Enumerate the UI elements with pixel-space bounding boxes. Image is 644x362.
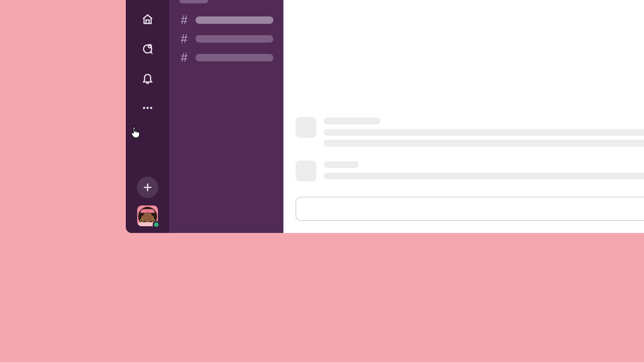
user-menu[interactable]	[137, 205, 158, 226]
plus-icon	[142, 182, 153, 193]
message	[296, 117, 644, 150]
rail-bottom	[126, 177, 169, 226]
svg-point-2	[147, 107, 149, 109]
message-body	[324, 117, 644, 150]
rail-activity[interactable]	[137, 68, 158, 89]
channel-item[interactable]: #	[179, 29, 273, 48]
hash-icon: #	[179, 52, 189, 64]
sidebar-section-channels[interactable]	[179, 0, 273, 3]
app-window: # # #	[126, 0, 644, 233]
channel-item[interactable]: #	[179, 11, 273, 29]
svg-point-3	[150, 107, 152, 109]
message-avatar[interactable]	[296, 117, 316, 138]
channel-name	[196, 16, 273, 24]
rail-more[interactable]	[137, 97, 158, 119]
channel-name	[196, 54, 273, 61]
main-content	[283, 0, 644, 233]
sidebar-section-label	[179, 0, 208, 3]
message-composer[interactable]	[296, 197, 644, 221]
message-list	[283, 0, 644, 197]
message	[296, 161, 644, 183]
dms-icon	[142, 43, 154, 55]
message-text-line	[324, 140, 644, 146]
nav-rail	[126, 0, 169, 233]
rail-dms[interactable]	[137, 38, 158, 60]
hash-icon: #	[179, 33, 189, 45]
bell-icon	[142, 72, 154, 84]
message-avatar[interactable]	[296, 161, 316, 181]
composer-area	[283, 197, 644, 233]
message-body	[324, 161, 644, 183]
message-text-line	[324, 129, 644, 136]
compose-button[interactable]	[137, 177, 158, 198]
message-text-line	[324, 173, 644, 179]
channel-sidebar: # # #	[169, 0, 283, 233]
hash-icon: #	[179, 14, 189, 26]
channel-item[interactable]: #	[179, 48, 273, 67]
presence-indicator	[153, 221, 160, 228]
rail-home[interactable]	[137, 9, 158, 30]
message-author	[324, 161, 359, 168]
message-author	[324, 118, 381, 124]
ellipsis-icon	[142, 102, 154, 114]
home-icon	[142, 13, 154, 25]
svg-point-1	[143, 107, 145, 109]
channel-name	[196, 35, 273, 43]
